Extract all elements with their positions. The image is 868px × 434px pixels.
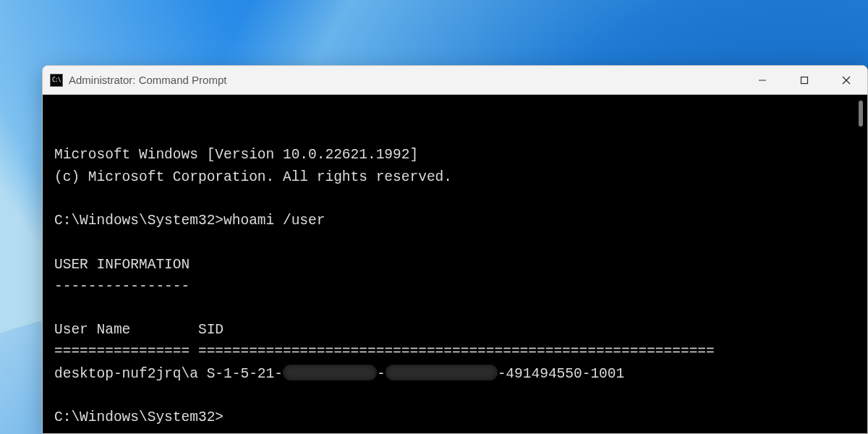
table-header: User Name SID xyxy=(54,322,224,338)
prompt-path: C:\Windows\System32> xyxy=(54,409,224,425)
scrollbar-thumb[interactable] xyxy=(859,101,863,127)
cell-user: desktop-nuf2jrq\a xyxy=(54,366,198,382)
close-button[interactable] xyxy=(825,66,867,94)
prompt-path: C:\Windows\System32> xyxy=(54,213,224,229)
banner-line: Microsoft Windows [Version 10.0.22621.19… xyxy=(54,147,418,163)
window-title: Administrator: Command Prompt xyxy=(69,74,226,86)
minimize-button[interactable] xyxy=(741,66,783,94)
prompt-line: C:\Windows\System32> xyxy=(54,409,224,425)
section-header: USER INFORMATION xyxy=(54,257,190,273)
command-prompt-window: C:\ Administrator: Command Prompt Micros… xyxy=(42,65,868,434)
svg-rect-1 xyxy=(801,77,808,83)
minimize-icon xyxy=(758,76,767,85)
redacted-segment xyxy=(283,365,377,380)
table-row: desktop-nuf2jrq\a S-1-5-21---491494550-1… xyxy=(54,366,624,382)
close-icon xyxy=(842,76,851,85)
redacted-segment xyxy=(386,365,498,380)
section-underline: ---------------- xyxy=(54,278,190,294)
typed-command: whoami /user xyxy=(224,213,325,229)
window-controls xyxy=(741,66,867,94)
terminal-output[interactable]: Microsoft Windows [Version 10.0.22621.19… xyxy=(43,95,867,433)
cell-sid-suffix: -491494550-1001 xyxy=(498,366,625,382)
cell-sid-prefix: S-1-5-21- xyxy=(207,366,283,382)
maximize-icon xyxy=(800,76,809,85)
maximize-button[interactable] xyxy=(783,66,825,94)
cmd-icon: C:\ xyxy=(50,74,63,87)
col-sid: SID xyxy=(198,322,224,338)
col-user: User Name xyxy=(54,322,130,338)
table-separator: ================ =======================… xyxy=(54,344,715,359)
prompt-line: C:\Windows\System32>whoami /user xyxy=(54,213,325,229)
banner-line: (c) Microsoft Corporation. All rights re… xyxy=(54,169,452,185)
titlebar[interactable]: C:\ Administrator: Command Prompt xyxy=(43,66,867,95)
